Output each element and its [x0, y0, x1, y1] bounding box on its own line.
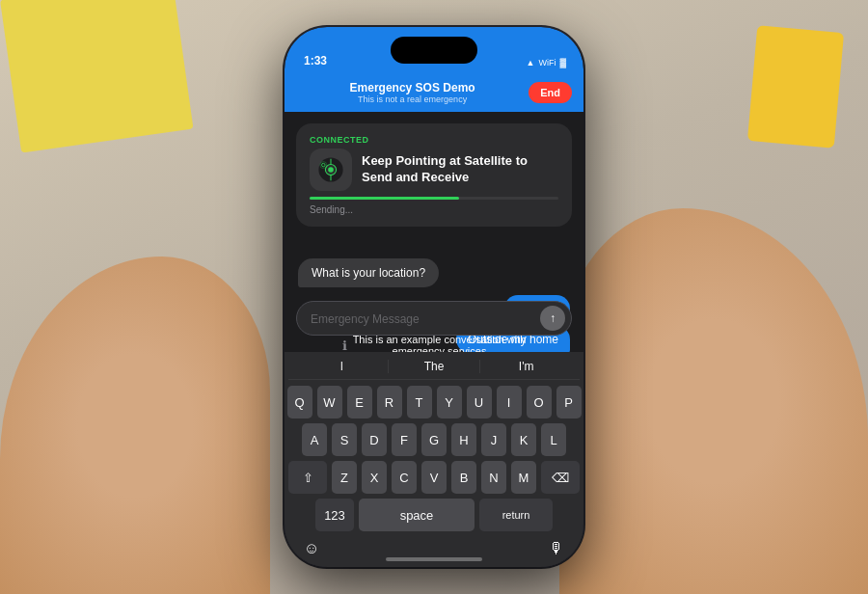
emoji-key[interactable]: ☺ [304, 540, 319, 557]
satellite-row: Keep Pointing at Satellite toSend and Re… [310, 148, 558, 191]
key-G[interactable]: G [421, 423, 447, 456]
predictive-word-3[interactable]: I'm [480, 360, 572, 373]
key-V[interactable]: V [421, 461, 447, 494]
satellite-sending-text: Sending... [310, 204, 558, 215]
message-input-area: Emergency Message ↑ [296, 301, 572, 336]
key-L[interactable]: L [541, 423, 566, 456]
info-icon: ℹ [342, 338, 347, 353]
key-M[interactable]: M [511, 461, 536, 494]
end-button[interactable]: End [529, 82, 572, 103]
signal-icon: ▲ [527, 58, 535, 68]
iphone-device: 1:33 ▲ WiFi ▓ Emergency SOS Demo This is… [285, 27, 583, 567]
send-button[interactable]: ↑ [540, 306, 565, 331]
status-time: 1:33 [304, 54, 327, 68]
chat-area: What is your location? Trapped Outside m… [285, 249, 583, 287]
key-E[interactable]: E [347, 386, 372, 418]
key-X[interactable]: X [362, 461, 387, 494]
satellite-card: CONNECTED [296, 123, 572, 227]
keyboard-bottom-bar: ☺ 🎙 [288, 536, 580, 557]
wifi-icon: WiFi [538, 58, 556, 68]
phone-screen: 1:33 ▲ WiFi ▓ Emergency SOS Demo This is… [285, 27, 583, 567]
key-U[interactable]: U [467, 386, 492, 418]
satellite-icon [317, 156, 344, 183]
keyboard: l The I'm Q W E R T Y U I O P [285, 352, 583, 567]
predictive-row: l The I'm [288, 358, 580, 380]
satellite-icon-container [310, 148, 352, 191]
key-B[interactable]: B [451, 461, 476, 494]
key-O[interactable]: O [527, 386, 552, 418]
mic-key[interactable]: 🎙 [549, 540, 564, 557]
key-row-2: A S D F G H J K L [288, 423, 580, 456]
emergency-title: Emergency SOS Demo [296, 81, 529, 94]
key-F[interactable]: F [392, 423, 417, 456]
home-indicator [386, 557, 482, 561]
key-H[interactable]: H [451, 423, 476, 456]
svg-point-2 [328, 167, 334, 173]
key-row-1: Q W E R T Y U I O P [288, 386, 580, 418]
message-input-box[interactable]: Emergency Message ↑ [296, 301, 572, 336]
key-I[interactable]: I [497, 386, 522, 418]
key-N[interactable]: N [481, 461, 506, 494]
key-Z[interactable]: Z [332, 461, 357, 494]
key-W[interactable]: W [317, 386, 342, 418]
key-row-3: ⇧ Z X C V B N M ⌫ [288, 461, 580, 494]
key-numbers[interactable]: 123 [315, 499, 354, 531]
chat-question-bubble: What is your location? [298, 258, 439, 287]
emergency-title-area: Emergency SOS Demo This is not a real em… [296, 81, 529, 104]
yellow-notepad [0, 0, 194, 152]
status-icons: ▲ WiFi ▓ [527, 58, 566, 68]
yellow-calculator [747, 25, 844, 148]
key-Y[interactable]: Y [437, 386, 462, 418]
satellite-instruction: Keep Pointing at Satellite toSend and Re… [362, 153, 528, 186]
message-placeholder: Emergency Message [311, 312, 420, 326]
key-P[interactable]: P [556, 386, 582, 418]
key-space[interactable]: space [359, 499, 475, 531]
battery-icon: ▓ [559, 58, 566, 68]
predictive-word-1[interactable]: l [296, 360, 388, 373]
key-T[interactable]: T [407, 386, 432, 418]
key-Q[interactable]: Q [287, 386, 312, 418]
key-D[interactable]: D [362, 423, 387, 456]
key-return[interactable]: return [479, 499, 553, 531]
key-C[interactable]: C [392, 461, 417, 494]
key-K[interactable]: K [511, 423, 536, 456]
emergency-bar: Emergency SOS Demo This is not a real em… [285, 75, 583, 112]
predictive-word-2[interactable]: The [389, 360, 480, 373]
key-R[interactable]: R [377, 386, 402, 418]
phone-wrapper: 1:33 ▲ WiFi ▓ Emergency SOS Demo This is… [285, 27, 583, 567]
key-shift[interactable]: ⇧ [288, 461, 327, 494]
dynamic-island [391, 37, 477, 64]
key-backspace[interactable]: ⌫ [541, 461, 580, 494]
key-S[interactable]: S [332, 423, 357, 456]
key-row-4: 123 space return [288, 499, 580, 531]
connected-label: CONNECTED [310, 135, 558, 145]
emergency-subtitle: This is not a real emergency [296, 94, 529, 104]
progress-bar-track [310, 197, 558, 200]
key-A[interactable]: A [302, 423, 327, 456]
key-J[interactable]: J [481, 423, 506, 456]
progress-bar-fill [310, 197, 459, 200]
